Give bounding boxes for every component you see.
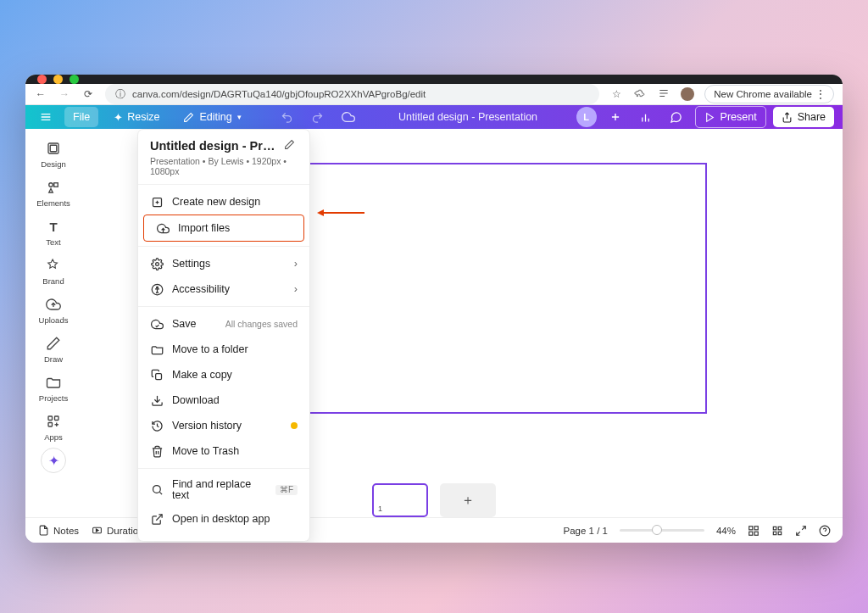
add-collaborator-button[interactable] xyxy=(604,105,627,129)
comment-button[interactable] xyxy=(665,105,688,129)
reload-button[interactable]: ⟳ xyxy=(81,88,95,100)
slide-canvas[interactable] xyxy=(259,163,707,414)
sidebar-item-label: Draw xyxy=(44,354,63,364)
svg-rect-45 xyxy=(778,527,782,530)
menu-item-label: Find and replace text xyxy=(172,479,267,500)
file-menu-header: Untitled design - Presentati... Presenta… xyxy=(138,130,309,185)
present-button[interactable]: Present xyxy=(695,106,766,128)
sidebar-item-label: Elements xyxy=(36,198,70,208)
menu-item-import-files[interactable]: Import files xyxy=(143,215,304,242)
svg-rect-30 xyxy=(155,373,161,379)
magic-button[interactable]: ✦ xyxy=(41,448,66,473)
help-icon[interactable] xyxy=(819,525,831,537)
svg-marker-36 xyxy=(96,529,98,532)
sidebar-item-apps[interactable]: Apps xyxy=(28,409,79,446)
analytics-button[interactable] xyxy=(634,105,658,129)
menu-item-move-trash[interactable]: Move to Trash xyxy=(138,438,309,464)
back-button[interactable]: ← xyxy=(34,88,47,100)
menu-item-move-folder[interactable]: Move to a folder xyxy=(138,337,309,362)
profile-avatar[interactable] xyxy=(681,87,694,101)
url-field[interactable]: ⓘ canva.com/design/DAGRTuQa140/gbjOfoupR… xyxy=(105,84,599,104)
file-menu-button[interactable]: File xyxy=(64,107,98,127)
grid-view-icon[interactable] xyxy=(748,525,760,537)
zoom-percent[interactable]: 44% xyxy=(716,526,736,536)
design-icon xyxy=(45,140,62,157)
draw-icon xyxy=(45,335,62,352)
svg-point-15 xyxy=(49,183,53,187)
menu-item-open-desktop[interactable]: Open in desktop app xyxy=(138,506,309,532)
menu-item-label: Download xyxy=(172,395,220,406)
user-avatar-letter[interactable]: L xyxy=(576,107,597,127)
duration-button[interactable]: Duration xyxy=(91,525,143,537)
redo-button[interactable] xyxy=(306,105,330,129)
main-menu-button[interactable] xyxy=(34,105,58,129)
rename-button[interactable] xyxy=(284,139,295,153)
menu-item-settings[interactable]: Settings › xyxy=(138,251,309,276)
svg-rect-16 xyxy=(54,183,58,187)
minimize-window-dot[interactable] xyxy=(53,75,63,84)
svg-line-48 xyxy=(802,526,805,529)
canvas-area[interactable]: Untitled design - Presentati... Presenta… xyxy=(81,129,843,483)
apps-icon xyxy=(45,413,62,430)
share-button[interactable]: Share xyxy=(773,107,834,127)
menu-item-label: Move to a folder xyxy=(172,344,248,355)
svg-rect-42 xyxy=(749,532,753,535)
folder-icon xyxy=(150,343,164,356)
document-title[interactable]: Untitled design - Presentation xyxy=(360,111,576,123)
menu-item-save[interactable]: Save All changes saved xyxy=(138,311,309,337)
menu-item-create-new[interactable]: Create new design xyxy=(138,189,309,215)
sidebar-item-label: Text xyxy=(46,237,60,247)
text-icon: T xyxy=(45,218,62,235)
sidebar-item-design[interactable]: Design xyxy=(28,136,79,173)
extensions-icon[interactable] xyxy=(633,87,647,102)
url-text: canva.com/design/DAGRTuQa140/gbjOfoupRO2… xyxy=(132,89,426,99)
sidebar-item-text[interactable]: T Text xyxy=(28,214,79,251)
cloud-up-icon xyxy=(156,221,170,235)
main-area: Design Elements T Text Brand Uploads Dra… xyxy=(25,129,843,483)
notes-button[interactable]: Notes xyxy=(37,525,79,537)
undo-button[interactable] xyxy=(275,105,299,129)
menu-item-label: Save xyxy=(172,319,197,330)
svg-line-34 xyxy=(156,514,162,520)
menu-item-download[interactable]: Download xyxy=(138,387,309,413)
menu-item-find-replace[interactable]: Find and replace text ⌘F xyxy=(138,473,309,506)
menu-item-version-history[interactable]: Version history xyxy=(138,413,309,438)
svg-line-49 xyxy=(797,532,800,535)
site-info-icon[interactable]: ⓘ xyxy=(115,88,125,101)
cloud-sync-icon[interactable] xyxy=(337,105,360,129)
maximize-window-dot[interactable] xyxy=(70,75,79,84)
chevron-right-icon: › xyxy=(294,284,298,295)
menu-item-label: Move to Trash xyxy=(172,446,239,457)
menu-item-label: Import files xyxy=(178,223,230,234)
pencil-icon xyxy=(183,112,194,123)
save-status-text: All changes saved xyxy=(225,320,298,329)
editing-mode-button[interactable]: Editing ▾ xyxy=(175,107,249,127)
menu-item-label: Make a copy xyxy=(172,370,232,381)
sidebar-item-elements[interactable]: Elements xyxy=(28,175,79,212)
menu-item-make-copy[interactable]: Make a copy xyxy=(138,362,309,387)
duration-icon xyxy=(91,525,103,537)
slide-thumbnail-1[interactable]: 1 xyxy=(372,483,428,517)
menu-item-label: Settings xyxy=(172,259,210,270)
kebab-icon: ⋮ xyxy=(815,88,825,100)
bookmark-star-icon[interactable]: ☆ xyxy=(609,88,623,100)
add-slide-button[interactable]: ＋ xyxy=(440,483,496,517)
thumbnail-view-icon[interactable] xyxy=(771,525,783,537)
browser-address-bar: ← → ⟳ ⓘ canva.com/design/DAGRTuQa140/gbj… xyxy=(25,84,843,105)
history-icon xyxy=(150,419,164,432)
close-window-dot[interactable] xyxy=(37,75,47,84)
forward-button[interactable]: → xyxy=(58,88,71,100)
chrome-update-button[interactable]: New Chrome available ⋮ xyxy=(704,85,834,103)
sidebar-item-uploads[interactable]: Uploads xyxy=(28,292,79,329)
fullscreen-icon[interactable] xyxy=(795,525,807,537)
sidebar-item-brand[interactable]: Brand xyxy=(28,253,79,290)
zoom-slider[interactable] xyxy=(620,529,704,532)
svg-rect-47 xyxy=(778,532,782,535)
svg-rect-18 xyxy=(48,416,53,421)
reading-list-icon[interactable] xyxy=(657,87,670,102)
resize-button[interactable]: ✦ Resize xyxy=(105,107,168,128)
menu-item-accessibility[interactable]: Accessibility › xyxy=(138,276,309,302)
sidebar-item-draw[interactable]: Draw xyxy=(28,331,79,368)
sidebar-item-projects[interactable]: Projects xyxy=(28,370,79,407)
chevron-right-icon: › xyxy=(294,259,298,270)
